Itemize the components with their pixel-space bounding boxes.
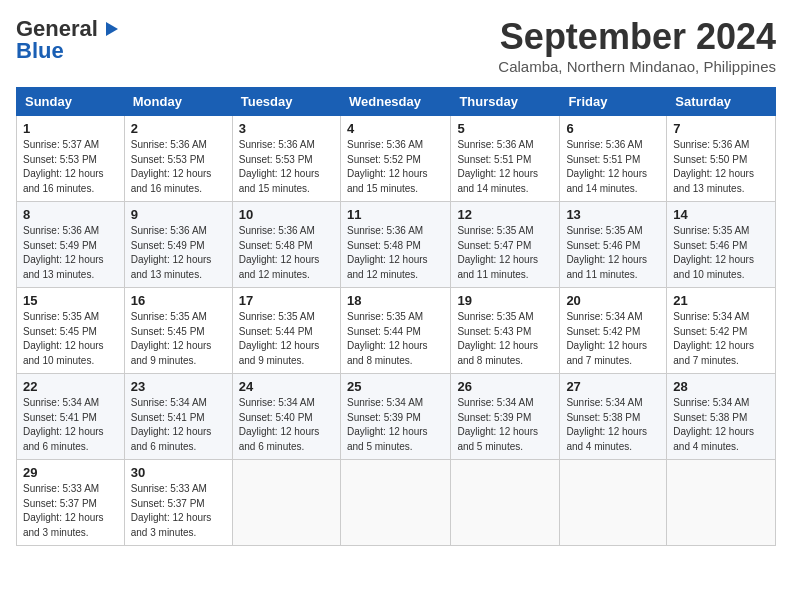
- calendar-cell: 21 Sunrise: 5:34 AMSunset: 5:42 PMDaylig…: [667, 288, 776, 374]
- calendar-cell: 30 Sunrise: 5:33 AMSunset: 5:37 PMDaylig…: [124, 460, 232, 546]
- calendar-cell: 3 Sunrise: 5:36 AMSunset: 5:53 PMDayligh…: [232, 116, 340, 202]
- day-number: 22: [23, 379, 118, 394]
- calendar-cell: 8 Sunrise: 5:36 AMSunset: 5:49 PMDayligh…: [17, 202, 125, 288]
- day-number: 2: [131, 121, 226, 136]
- weekday-friday: Friday: [560, 88, 667, 116]
- calendar-cell: 15 Sunrise: 5:35 AMSunset: 5:45 PMDaylig…: [17, 288, 125, 374]
- day-number: 21: [673, 293, 769, 308]
- day-number: 14: [673, 207, 769, 222]
- calendar-cell: 27 Sunrise: 5:34 AMSunset: 5:38 PMDaylig…: [560, 374, 667, 460]
- weekday-monday: Monday: [124, 88, 232, 116]
- calendar-cell: 16 Sunrise: 5:35 AMSunset: 5:45 PMDaylig…: [124, 288, 232, 374]
- day-number: 30: [131, 465, 226, 480]
- day-number: 15: [23, 293, 118, 308]
- day-number: 8: [23, 207, 118, 222]
- day-detail: Sunrise: 5:36 AMSunset: 5:48 PMDaylight:…: [347, 224, 444, 282]
- weekday-thursday: Thursday: [451, 88, 560, 116]
- calendar-cell: 20 Sunrise: 5:34 AMSunset: 5:42 PMDaylig…: [560, 288, 667, 374]
- calendar-cell: 12 Sunrise: 5:35 AMSunset: 5:47 PMDaylig…: [451, 202, 560, 288]
- header: General Blue September 2024 Calamba, Nor…: [16, 16, 776, 75]
- calendar-cell: [451, 460, 560, 546]
- day-number: 26: [457, 379, 553, 394]
- day-number: 13: [566, 207, 660, 222]
- day-number: 7: [673, 121, 769, 136]
- calendar-cell: [232, 460, 340, 546]
- day-detail: Sunrise: 5:35 AMSunset: 5:44 PMDaylight:…: [347, 310, 444, 368]
- calendar-cell: 11 Sunrise: 5:36 AMSunset: 5:48 PMDaylig…: [340, 202, 450, 288]
- day-detail: Sunrise: 5:36 AMSunset: 5:51 PMDaylight:…: [457, 138, 553, 196]
- day-detail: Sunrise: 5:35 AMSunset: 5:45 PMDaylight:…: [23, 310, 118, 368]
- day-detail: Sunrise: 5:34 AMSunset: 5:41 PMDaylight:…: [23, 396, 118, 454]
- day-number: 1: [23, 121, 118, 136]
- day-detail: Sunrise: 5:35 AMSunset: 5:47 PMDaylight:…: [457, 224, 553, 282]
- calendar-cell: 29 Sunrise: 5:33 AMSunset: 5:37 PMDaylig…: [17, 460, 125, 546]
- calendar-cell: 2 Sunrise: 5:36 AMSunset: 5:53 PMDayligh…: [124, 116, 232, 202]
- day-number: 16: [131, 293, 226, 308]
- calendar-table: SundayMondayTuesdayWednesdayThursdayFrid…: [16, 87, 776, 546]
- weekday-sunday: Sunday: [17, 88, 125, 116]
- day-number: 28: [673, 379, 769, 394]
- day-number: 6: [566, 121, 660, 136]
- calendar-cell: 28 Sunrise: 5:34 AMSunset: 5:38 PMDaylig…: [667, 374, 776, 460]
- svg-marker-0: [106, 22, 118, 36]
- day-number: 19: [457, 293, 553, 308]
- day-number: 11: [347, 207, 444, 222]
- day-detail: Sunrise: 5:36 AMSunset: 5:49 PMDaylight:…: [131, 224, 226, 282]
- calendar-cell: 25 Sunrise: 5:34 AMSunset: 5:39 PMDaylig…: [340, 374, 450, 460]
- day-number: 3: [239, 121, 334, 136]
- location-subtitle: Calamba, Northern Mindanao, Philippines: [498, 58, 776, 75]
- calendar-week-1: 1 Sunrise: 5:37 AMSunset: 5:53 PMDayligh…: [17, 116, 776, 202]
- day-detail: Sunrise: 5:36 AMSunset: 5:50 PMDaylight:…: [673, 138, 769, 196]
- day-detail: Sunrise: 5:35 AMSunset: 5:44 PMDaylight:…: [239, 310, 334, 368]
- day-number: 24: [239, 379, 334, 394]
- day-number: 29: [23, 465, 118, 480]
- weekday-saturday: Saturday: [667, 88, 776, 116]
- calendar-cell: 7 Sunrise: 5:36 AMSunset: 5:50 PMDayligh…: [667, 116, 776, 202]
- day-detail: Sunrise: 5:34 AMSunset: 5:40 PMDaylight:…: [239, 396, 334, 454]
- day-detail: Sunrise: 5:35 AMSunset: 5:45 PMDaylight:…: [131, 310, 226, 368]
- calendar-cell: 1 Sunrise: 5:37 AMSunset: 5:53 PMDayligh…: [17, 116, 125, 202]
- calendar-cell: 14 Sunrise: 5:35 AMSunset: 5:46 PMDaylig…: [667, 202, 776, 288]
- day-detail: Sunrise: 5:35 AMSunset: 5:43 PMDaylight:…: [457, 310, 553, 368]
- calendar-cell: 9 Sunrise: 5:36 AMSunset: 5:49 PMDayligh…: [124, 202, 232, 288]
- calendar-cell: 18 Sunrise: 5:35 AMSunset: 5:44 PMDaylig…: [340, 288, 450, 374]
- calendar-cell: [667, 460, 776, 546]
- month-title: September 2024: [498, 16, 776, 58]
- logo: General Blue: [16, 16, 122, 64]
- weekday-tuesday: Tuesday: [232, 88, 340, 116]
- calendar-cell: 4 Sunrise: 5:36 AMSunset: 5:52 PMDayligh…: [340, 116, 450, 202]
- day-detail: Sunrise: 5:34 AMSunset: 5:38 PMDaylight:…: [566, 396, 660, 454]
- day-detail: Sunrise: 5:35 AMSunset: 5:46 PMDaylight:…: [566, 224, 660, 282]
- calendar-cell: 10 Sunrise: 5:36 AMSunset: 5:48 PMDaylig…: [232, 202, 340, 288]
- weekday-wednesday: Wednesday: [340, 88, 450, 116]
- day-detail: Sunrise: 5:34 AMSunset: 5:42 PMDaylight:…: [673, 310, 769, 368]
- day-detail: Sunrise: 5:34 AMSunset: 5:39 PMDaylight:…: [457, 396, 553, 454]
- calendar-cell: 24 Sunrise: 5:34 AMSunset: 5:40 PMDaylig…: [232, 374, 340, 460]
- day-detail: Sunrise: 5:35 AMSunset: 5:46 PMDaylight:…: [673, 224, 769, 282]
- day-detail: Sunrise: 5:33 AMSunset: 5:37 PMDaylight:…: [23, 482, 118, 540]
- calendar-week-3: 15 Sunrise: 5:35 AMSunset: 5:45 PMDaylig…: [17, 288, 776, 374]
- calendar-week-2: 8 Sunrise: 5:36 AMSunset: 5:49 PMDayligh…: [17, 202, 776, 288]
- day-number: 27: [566, 379, 660, 394]
- calendar-cell: [340, 460, 450, 546]
- day-detail: Sunrise: 5:34 AMSunset: 5:38 PMDaylight:…: [673, 396, 769, 454]
- calendar-cell: [560, 460, 667, 546]
- day-detail: Sunrise: 5:34 AMSunset: 5:42 PMDaylight:…: [566, 310, 660, 368]
- weekday-header-row: SundayMondayTuesdayWednesdayThursdayFrid…: [17, 88, 776, 116]
- calendar-cell: 13 Sunrise: 5:35 AMSunset: 5:46 PMDaylig…: [560, 202, 667, 288]
- day-detail: Sunrise: 5:36 AMSunset: 5:51 PMDaylight:…: [566, 138, 660, 196]
- day-detail: Sunrise: 5:34 AMSunset: 5:39 PMDaylight:…: [347, 396, 444, 454]
- day-number: 18: [347, 293, 444, 308]
- day-detail: Sunrise: 5:34 AMSunset: 5:41 PMDaylight:…: [131, 396, 226, 454]
- day-detail: Sunrise: 5:33 AMSunset: 5:37 PMDaylight:…: [131, 482, 226, 540]
- calendar-week-4: 22 Sunrise: 5:34 AMSunset: 5:41 PMDaylig…: [17, 374, 776, 460]
- day-number: 5: [457, 121, 553, 136]
- calendar-cell: 17 Sunrise: 5:35 AMSunset: 5:44 PMDaylig…: [232, 288, 340, 374]
- calendar-week-5: 29 Sunrise: 5:33 AMSunset: 5:37 PMDaylig…: [17, 460, 776, 546]
- calendar-cell: 5 Sunrise: 5:36 AMSunset: 5:51 PMDayligh…: [451, 116, 560, 202]
- calendar-cell: 26 Sunrise: 5:34 AMSunset: 5:39 PMDaylig…: [451, 374, 560, 460]
- day-detail: Sunrise: 5:37 AMSunset: 5:53 PMDaylight:…: [23, 138, 118, 196]
- calendar-cell: 22 Sunrise: 5:34 AMSunset: 5:41 PMDaylig…: [17, 374, 125, 460]
- day-number: 23: [131, 379, 226, 394]
- day-number: 25: [347, 379, 444, 394]
